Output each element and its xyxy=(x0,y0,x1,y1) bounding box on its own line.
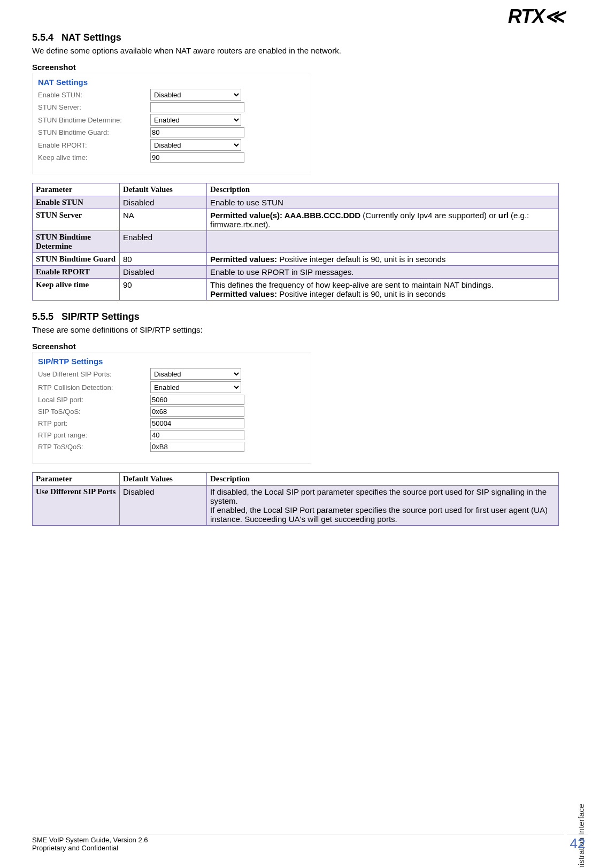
local-sip-port-input[interactable] xyxy=(150,395,244,405)
table-row: Enable STUN Disabled Enable to use STUN xyxy=(33,196,559,209)
col-default: Default Values xyxy=(120,183,207,196)
screenshot-label: Screenshot xyxy=(32,342,559,351)
rtp-tos-input[interactable] xyxy=(150,442,244,452)
panel-title: SIP/RTP Settings xyxy=(38,357,305,366)
sip-tos-input[interactable] xyxy=(150,406,244,417)
field-label: STUN Bindtime Determine: xyxy=(38,116,150,124)
table-row: STUN Server NA Permitted value(s): AAA.B… xyxy=(33,209,559,231)
keep-alive-time-input[interactable] xyxy=(150,152,244,163)
field-label: RTP ToS/QoS: xyxy=(38,443,150,451)
table-row: STUN Bindtime Determine Enabled xyxy=(33,231,559,253)
section-intro: We define some options available when NA… xyxy=(32,46,559,55)
use-diff-sip-ports-select[interactable]: Disabled xyxy=(150,368,241,380)
stun-bindtime-guard-input[interactable] xyxy=(150,127,244,137)
section-heading-siprtp: 5.5.5SIP/RTP Settings xyxy=(32,311,559,322)
section-intro: These are some definitions of SIP/RTP se… xyxy=(32,325,559,334)
enable-stun-select[interactable]: Disabled xyxy=(150,89,241,101)
page-number: 42 xyxy=(567,834,588,852)
col-default: Default Values xyxy=(120,473,207,486)
col-parameter: Parameter xyxy=(33,473,120,486)
panel-title: NAT Settings xyxy=(38,78,305,87)
field-label: RTP port: xyxy=(38,419,150,427)
table-header-row: Parameter Default Values Description xyxy=(33,183,559,196)
rtp-collision-select[interactable]: Enabled xyxy=(150,381,241,393)
field-label: STUN Bindtime Guard: xyxy=(38,128,150,136)
enable-rport-select[interactable]: Disabled xyxy=(150,139,241,151)
table-header-row: Parameter Default Values Description xyxy=(33,473,559,486)
table-row: Enable RPORT Disabled Enable to use RPOR… xyxy=(33,266,559,279)
screenshot-label: Screenshot xyxy=(32,63,559,72)
siprtp-settings-screenshot: SIP/RTP Settings Use Different SIP Ports… xyxy=(32,352,311,464)
stun-bindtime-determine-select[interactable]: Enabled xyxy=(150,114,241,126)
rtp-port-range-input[interactable] xyxy=(150,430,244,440)
field-label: STUN Server: xyxy=(38,103,150,111)
field-label: RTP port range: xyxy=(38,431,150,439)
nat-parameters-table: Parameter Default Values Description Ena… xyxy=(32,183,559,301)
col-description: Description xyxy=(207,183,559,196)
stun-server-input[interactable] xyxy=(150,102,244,112)
table-row: STUN Bindtime Guard 80 Permitted values:… xyxy=(33,253,559,266)
col-description: Description xyxy=(207,473,559,486)
footer-title: SME VoIP System Guide, Version 2.6 xyxy=(32,836,564,844)
rtx-logo: RTX≪ xyxy=(508,5,564,28)
col-parameter: Parameter xyxy=(33,183,120,196)
table-row: Keep alive time 90 This defines the freq… xyxy=(33,279,559,301)
nat-settings-screenshot: NAT Settings Enable STUN:Disabled STUN S… xyxy=(32,73,311,174)
field-label: Keep alive time: xyxy=(38,153,150,162)
footer-confidential: Proprietary and Confidential xyxy=(32,844,564,852)
field-label: Local SIP port: xyxy=(38,396,150,404)
field-label: RTP Collision Detection: xyxy=(38,383,150,391)
page-footer: SME VoIP System Guide, Version 2.6 Propr… xyxy=(32,834,564,852)
field-label: Use Different SIP Ports: xyxy=(38,370,150,378)
siprtp-parameters-table: Parameter Default Values Description Use… xyxy=(32,472,559,526)
field-label: Enable STUN: xyxy=(38,91,150,99)
table-row: Use Different SIP Ports Disabled If disa… xyxy=(33,486,559,526)
field-label: SIP ToS/QoS: xyxy=(38,408,150,416)
field-label: Enable RPORT: xyxy=(38,141,150,149)
section-heading-nat: 5.5.4NAT Settings xyxy=(32,32,559,43)
rtp-port-input[interactable] xyxy=(150,418,244,428)
